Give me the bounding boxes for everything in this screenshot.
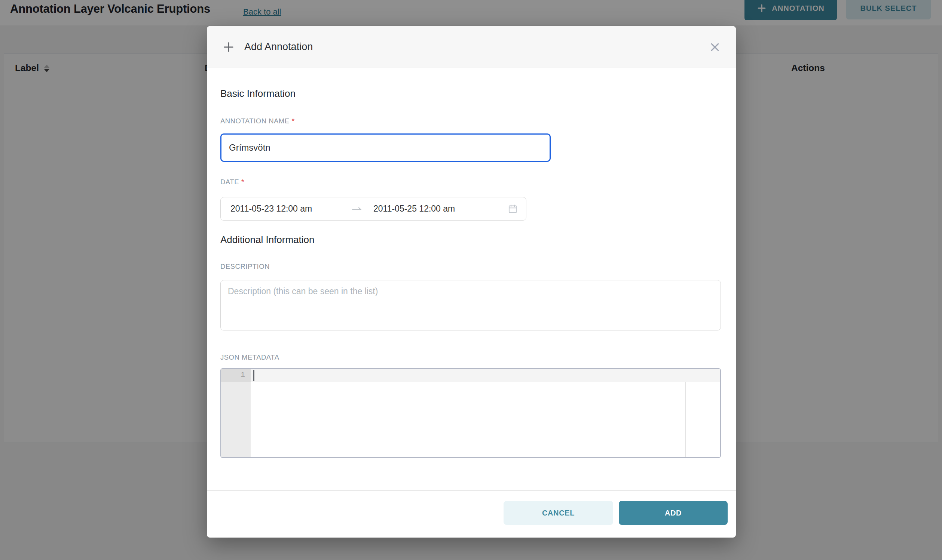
section-additional-information: Additional Information xyxy=(220,234,314,246)
json-metadata-editor[interactable]: 1 xyxy=(220,368,721,458)
annotation-name-input[interactable] xyxy=(220,134,551,162)
editor-text-cursor xyxy=(253,370,254,381)
section-basic-information: Basic Information xyxy=(220,88,296,100)
description-textarea[interactable] xyxy=(220,280,721,331)
editor-gutter xyxy=(221,369,251,457)
calendar-icon[interactable] xyxy=(508,204,518,214)
modal-footer-divider xyxy=(207,490,736,491)
modal-header: Add Annotation xyxy=(207,26,736,68)
description-label: DESCRIPTION xyxy=(220,262,270,271)
json-metadata-label: JSON METADATA xyxy=(220,353,279,362)
add-button[interactable]: ADD xyxy=(619,501,728,525)
date-label: DATE* xyxy=(220,178,244,186)
editor-print-margin xyxy=(685,382,686,457)
date-end-value[interactable]: 2011-05-25 12:00 am xyxy=(373,204,455,214)
close-icon[interactable] xyxy=(707,39,723,55)
add-annotation-modal: Add Annotation Basic Information ANNOTAT… xyxy=(207,26,736,538)
editor-active-line xyxy=(251,369,720,382)
date-range-picker[interactable]: 2011-05-23 12:00 am 2011-05-25 12:00 am xyxy=(220,197,526,220)
editor-line-number: 1 xyxy=(221,371,245,379)
required-asterisk: * xyxy=(292,117,295,125)
arrow-right-icon xyxy=(343,205,371,214)
modal-body: Basic Information ANNOTATION NAME* DATE*… xyxy=(220,68,721,538)
cancel-button[interactable]: CANCEL xyxy=(504,501,613,525)
screen: Annotation Layer Volcanic Eruptions Back… xyxy=(0,0,942,560)
plus-icon xyxy=(223,41,234,53)
modal-title: Add Annotation xyxy=(244,41,313,53)
required-asterisk: * xyxy=(241,178,244,186)
date-start-value[interactable]: 2011-05-23 12:00 am xyxy=(230,204,343,214)
annotation-name-label: ANNOTATION NAME* xyxy=(220,117,295,125)
